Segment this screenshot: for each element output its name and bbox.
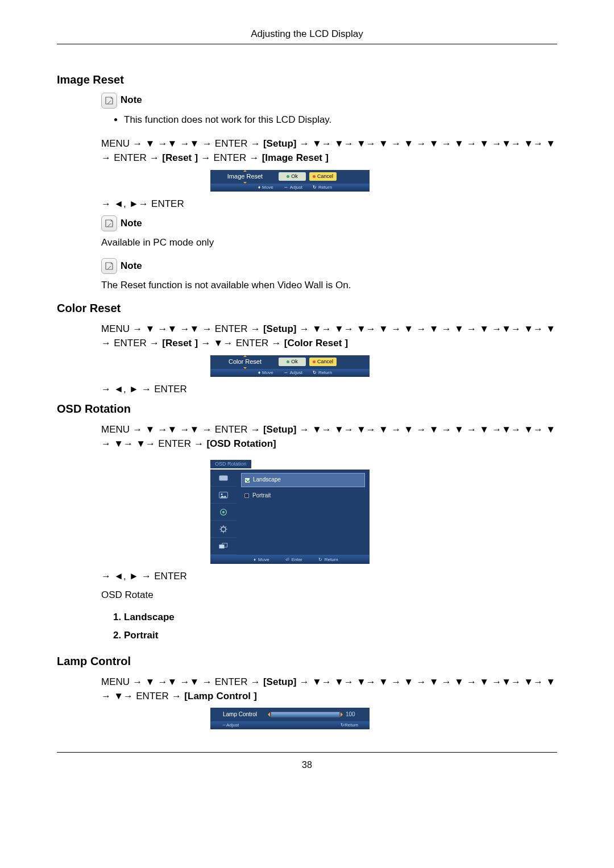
footer-return: Return	[325, 556, 338, 563]
move-icon: ♦	[258, 184, 260, 191]
return-icon: ↻	[313, 369, 317, 376]
enter-icon: ⏎	[285, 556, 289, 563]
bullet-item: This function does not work for this LCD…	[124, 113, 557, 127]
section-heading-osd-rotation: OSD Rotation	[57, 401, 557, 417]
pc-bold: PC	[153, 237, 167, 248]
osd-option-landscape[interactable]: Landscape	[241, 473, 365, 487]
section-color-reset-body: MENU → ▼ →▼ →▼ → ENTER → [Setup] → ▼→ ▼→…	[101, 322, 557, 396]
on-bold: On	[335, 280, 349, 290]
footer-adjust: Adjust	[290, 369, 302, 376]
txt: is	[323, 280, 335, 290]
osd-cancel-label: Cancel	[317, 359, 333, 364]
txt: .	[349, 280, 351, 290]
list-item-landscape: Landscape	[124, 610, 557, 625]
note-label: Note	[121, 217, 142, 231]
svg-point-2	[221, 493, 223, 495]
osd-cancel-label: Cancel	[317, 173, 333, 179]
adjust-icon: ↔	[284, 184, 288, 191]
txt: The Reset function is not available when	[101, 280, 277, 290]
osd-ok-button[interactable]: Ok	[279, 172, 306, 181]
after-dialog-text: → ◄, ► → ENTER	[101, 383, 557, 397]
adjust-icon: ↔	[284, 369, 288, 376]
osd-lamp-footer: ↔Adjust ↻Return	[210, 721, 370, 729]
svg-rect-0	[219, 475, 228, 480]
nav-path-osd-rotation: MENU → ▼ →▼ →▼ → ENTER → [Setup] → ▼→ ▼→…	[101, 423, 557, 451]
osd-menu-body: Landscape Portrait	[210, 470, 370, 555]
path-setup: [Setup]	[263, 138, 297, 149]
lamp-slider[interactable]	[271, 712, 340, 717]
menu-icon-multi[interactable]	[210, 538, 237, 555]
nav-path-image-reset: MENU → ▼ →▼ →▼ → ENTER → [Setup] → ▼→ ▼→…	[101, 137, 557, 165]
note-row: Note	[101, 258, 557, 274]
osd-menu-list: Landscape Portrait	[237, 470, 370, 555]
osd-dialog-image-reset: Image Reset Ok Cancel ♦Move ↔Adjust ↻Ret…	[210, 170, 370, 192]
path-text: → ▼→ ENTER →	[201, 338, 284, 348]
svg-point-4	[222, 511, 225, 513]
section-image-reset-body: Note This function does not work for thi…	[101, 93, 557, 293]
osd-menu-rotation: OSD Rotation Landscape Portr	[210, 456, 370, 564]
after-dialog-text: → ◄, ►→ ENTER	[101, 197, 557, 211]
osd-ok-label: Ok	[291, 359, 298, 364]
path-setup: [Setup]	[263, 424, 297, 435]
osd-rotate-list: Landscape Portrait	[101, 610, 557, 643]
page-number: 38	[302, 760, 312, 770]
osd-cancel-button[interactable]: Cancel	[309, 358, 337, 366]
checkbox-icon	[244, 493, 249, 498]
path-text: MENU → ▼ →▼ →▼ → ENTER →	[101, 138, 263, 149]
osd-menu-iconbar	[210, 470, 237, 555]
osd-footer: ♦Move ↔Adjust ↻Return	[210, 184, 370, 192]
move-icon: ♦	[258, 369, 260, 376]
video-wall-bold: Video Wall	[277, 280, 323, 290]
list-item-portrait: Portrait	[124, 629, 557, 643]
note-label: Note	[121, 259, 142, 273]
footer-adjust: Adjust	[290, 184, 302, 191]
bullet-list: This function does not work for this LCD…	[101, 113, 557, 127]
note-icon	[101, 93, 117, 109]
menu-icon-sound[interactable]	[210, 504, 237, 521]
osd-ok-label: Ok	[291, 173, 298, 179]
section-heading-lamp-control: Lamp Control	[57, 653, 557, 670]
path-target: [Lamp Control ]	[184, 691, 257, 701]
path-text: MENU → ▼ →▼ →▼ → ENTER →	[101, 676, 263, 687]
nav-path-color-reset: MENU → ▼ →▼ →▼ → ENTER → [Setup] → ▼→ ▼→…	[101, 322, 557, 350]
svg-point-5	[221, 527, 226, 531]
osd-option-portrait[interactable]: Portrait	[241, 489, 365, 502]
menu-icon-picture[interactable]	[210, 487, 237, 504]
note-icon	[101, 215, 117, 231]
option-label: Landscape	[253, 476, 281, 484]
path-reset: [Reset ]	[162, 152, 198, 163]
osd-lamp-title: Lamp Control	[215, 711, 265, 719]
path-target: [Image Reset ]	[262, 152, 329, 163]
section-heading-color-reset: Color Reset	[57, 300, 557, 317]
adjust-icon: ↔	[222, 722, 226, 728]
osd-dialog-title: Image Reset	[215, 170, 275, 184]
osd-title-text: Image Reset	[227, 173, 263, 180]
option-label: Portrait	[252, 492, 271, 500]
return-icon: ↻	[341, 722, 345, 728]
menu-icon-setup[interactable]	[210, 521, 237, 538]
menu-icon-input[interactable]	[210, 470, 237, 487]
nav-path-lamp-control: MENU → ▼ →▼ →▼ → ENTER → [Setup] → ▼→ ▼→…	[101, 675, 557, 703]
osd-rotate-label: OSD Rotate	[101, 588, 557, 603]
osd-cancel-button[interactable]: Cancel	[309, 172, 337, 181]
note-row: Note	[101, 93, 557, 109]
section-osd-rotation-body: MENU → ▼ →▼ →▼ → ENTER → [Setup] → ▼→ ▼→…	[101, 423, 557, 642]
osd-title-text: Color Reset	[229, 358, 262, 365]
osd-dialog-color-reset: Color Reset Ok Cancel ♦Move ↔Adjust ↻Ret…	[210, 355, 370, 377]
footer-return: Return	[318, 369, 332, 376]
note-text: The Reset function is not available when…	[101, 279, 557, 293]
footer-move: Move	[258, 556, 269, 563]
osd-menu-footer: ♦Move ⏎Enter ↻Return	[210, 555, 370, 564]
slider-right-icon	[341, 712, 343, 717]
page: Adjusting the LCD Display Image Reset No…	[0, 0, 614, 794]
osd-ok-button[interactable]: Ok	[279, 358, 306, 366]
return-icon: ↻	[313, 184, 317, 191]
path-setup: [Setup]	[263, 323, 297, 334]
section-heading-image-reset: Image Reset	[57, 72, 557, 88]
checkbox-icon	[245, 478, 250, 483]
osd-lamp-main: Lamp Control 100	[210, 708, 370, 721]
move-icon: ♦	[254, 556, 256, 563]
lamp-fill	[271, 712, 339, 717]
path-text: MENU → ▼ →▼ →▼ → ENTER →	[101, 424, 263, 435]
after-dialog-text: → ◄, ► → ENTER	[101, 570, 557, 584]
